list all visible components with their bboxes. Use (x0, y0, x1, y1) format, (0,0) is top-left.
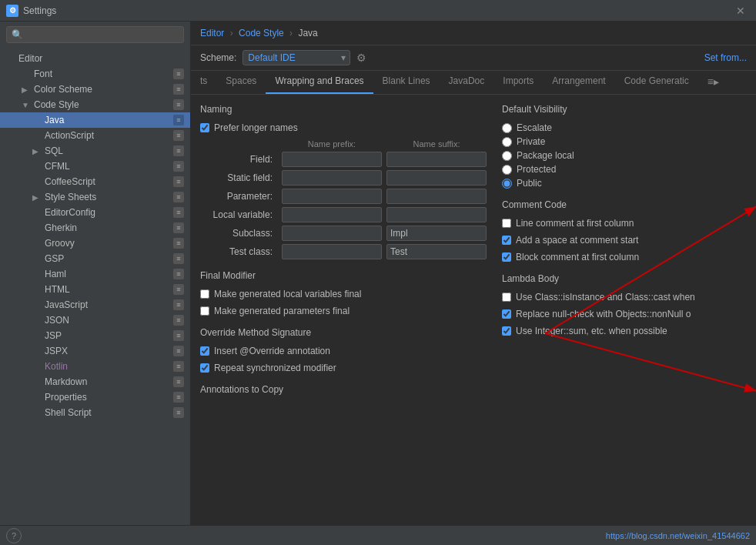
escalate-radio[interactable] (502, 123, 512, 133)
field-suffix[interactable] (386, 152, 487, 167)
lambda-body-section: Lambda Body Use Class::isInstance and Cl… (502, 273, 747, 336)
subclass-prefix[interactable] (282, 226, 382, 241)
space-comment-checkbox[interactable] (502, 236, 511, 245)
scheme-select-wrapper[interactable]: Default IDE (243, 50, 350, 65)
sidebar-item-label: SQL (45, 145, 63, 156)
help-button[interactable]: ? (6, 528, 22, 543)
sidebar-item-color-scheme[interactable]: ▶ Color Scheme ≡ (0, 82, 190, 97)
visibility-radio-group: Escalate Private Package local (502, 122, 747, 189)
protected-radio[interactable] (502, 165, 512, 175)
protected-label: Protected (517, 164, 556, 175)
sidebar-item-style-sheets[interactable]: ▶ Style Sheets ≡ (0, 189, 190, 205)
sidebar-item-label: CoffeeScript (45, 176, 95, 187)
sidebar-item-editorconfig[interactable]: EditorConfig ≡ (0, 205, 190, 220)
left-column: Naming Prefer longer names Name prefix: … (200, 104, 487, 516)
subclass-label: Subclass: (200, 228, 277, 239)
static-field-suffix[interactable] (386, 170, 487, 186)
tab-spaces[interactable]: Spaces (216, 71, 266, 94)
space-comment-label: Add a space at comment start (516, 235, 638, 246)
final-params-checkbox[interactable] (200, 306, 209, 316)
sidebar-item-json[interactable]: JSON ≡ (0, 313, 190, 328)
item-icon: ≡ (173, 299, 184, 310)
field-prefix[interactable] (282, 152, 382, 167)
final-params-row: Make generated parameters final (200, 306, 487, 316)
test-class-suffix[interactable] (386, 244, 487, 259)
search-box[interactable]: 🔍 (6, 26, 184, 43)
scheme-label: Scheme: (200, 52, 236, 63)
sidebar-item-html[interactable]: HTML ≡ (0, 282, 190, 297)
set-from-link[interactable]: Set from... (704, 52, 747, 63)
line-comment-checkbox[interactable] (502, 219, 511, 228)
public-radio[interactable] (502, 179, 512, 189)
gear-icon[interactable]: ⚙ (356, 52, 366, 64)
sidebar-item-label: Color Scheme (34, 84, 92, 95)
tab-imports[interactable]: Imports (493, 71, 543, 94)
private-radio[interactable] (502, 137, 512, 147)
prefer-longer-checkbox[interactable] (200, 123, 209, 132)
lambda-body-title: Lambda Body (502, 273, 747, 284)
close-button[interactable]: ✕ (731, 3, 750, 18)
title-bar: ⚙ Settings ✕ (0, 0, 756, 22)
tab-wrapping[interactable]: Wrapping and Braces (266, 71, 373, 94)
sidebar-item-shell-script[interactable]: Shell Script ≡ (0, 405, 190, 420)
sidebar-item-coffeescript[interactable]: CoffeeScript ≡ (0, 174, 190, 189)
tab-javadoc[interactable]: JavaDoc (440, 71, 494, 94)
sidebar-item-javascript[interactable]: JavaScript ≡ (0, 297, 190, 313)
sidebar-item-sql[interactable]: ▶ SQL ≡ (0, 143, 190, 159)
repeat-synchronized-checkbox[interactable] (200, 363, 209, 373)
sidebar-item-gherkin[interactable]: Gherkin ≡ (0, 220, 190, 236)
override-annotation-checkbox[interactable] (200, 346, 209, 356)
parameter-suffix[interactable] (386, 189, 487, 204)
sidebar-item-label: Style Sheets (45, 192, 96, 202)
local-var-suffix[interactable] (386, 207, 487, 222)
line-comment-label: Line comment at first column (516, 218, 634, 229)
sidebar-item-editor[interactable]: Editor (0, 51, 190, 66)
sidebar-item-label: Editor (18, 53, 42, 64)
breadcrumb: Editor › Code Style › Java (191, 22, 756, 45)
sidebar-item-label: Haml (45, 269, 66, 279)
sidebar-item-jsp[interactable]: JSP ≡ (0, 328, 190, 343)
final-local-checkbox[interactable] (200, 289, 209, 299)
sidebar-item-code-style[interactable]: ▼ Code Style ≡ (0, 97, 190, 112)
sidebar-item-label: ActionScript (45, 130, 94, 141)
override-method-title: Override Method Signature (200, 327, 487, 338)
breadcrumb-editor[interactable]: Editor (200, 28, 224, 38)
sidebar-item-label: Properties (45, 392, 87, 403)
static-field-prefix[interactable] (282, 170, 382, 186)
sidebar-item-actionscript[interactable]: ActionScript ≡ (0, 128, 190, 143)
tab-ts[interactable]: ts (191, 71, 216, 94)
sidebar-item-jspx[interactable]: JSPX ≡ (0, 343, 190, 359)
sidebar-item-groovy[interactable]: Groovy ≡ (0, 236, 190, 251)
item-icon: ≡ (173, 361, 184, 372)
tab-blank-lines[interactable]: Blank Lines (373, 71, 440, 94)
window-title: Settings (23, 5, 731, 16)
sidebar-item-markdown[interactable]: Markdown ≡ (0, 374, 190, 390)
subclass-suffix[interactable] (386, 226, 487, 241)
bottom-url: https://blog.csdn.net/weixin_41544662 (606, 531, 750, 540)
test-class-prefix[interactable] (282, 244, 382, 259)
sidebar-item-java[interactable]: Java ≡ (0, 112, 190, 128)
parameter-prefix[interactable] (282, 189, 382, 204)
local-var-prefix[interactable] (282, 207, 382, 222)
override-annotation-row: Insert @Override annotation (200, 346, 487, 356)
integer-sum-checkbox[interactable] (502, 326, 511, 336)
sidebar-item-haml[interactable]: Haml ≡ (0, 266, 190, 282)
tab-more[interactable]: ≡▸ (698, 71, 728, 94)
tab-code-generation[interactable]: Code Generatic (615, 71, 698, 94)
tabs-bar: ts Spaces Wrapping and Braces Blank Line… (191, 71, 756, 95)
sidebar-item-gsp[interactable]: GSP ≡ (0, 251, 190, 266)
sidebar-item-kotlin[interactable]: Kotlin ≡ (0, 359, 190, 374)
sidebar-item-font[interactable]: Font ≡ (0, 66, 190, 82)
null-check-checkbox[interactable] (502, 309, 511, 319)
search-input[interactable] (26, 29, 179, 40)
sidebar-item-properties[interactable]: Properties ≡ (0, 390, 190, 405)
class-isinstance-checkbox[interactable] (502, 293, 511, 302)
right-column: Default Visibility Escalate Private (502, 104, 747, 516)
final-local-label: Make generated local variables final (214, 289, 361, 299)
breadcrumb-code-style[interactable]: Code Style (239, 28, 284, 38)
package-local-radio[interactable] (502, 151, 512, 161)
scheme-select[interactable]: Default IDE (243, 50, 350, 65)
block-comment-checkbox[interactable] (502, 252, 511, 262)
tab-arrangement[interactable]: Arrangement (543, 71, 614, 94)
sidebar-item-cfml[interactable]: CFML ≡ (0, 159, 190, 174)
